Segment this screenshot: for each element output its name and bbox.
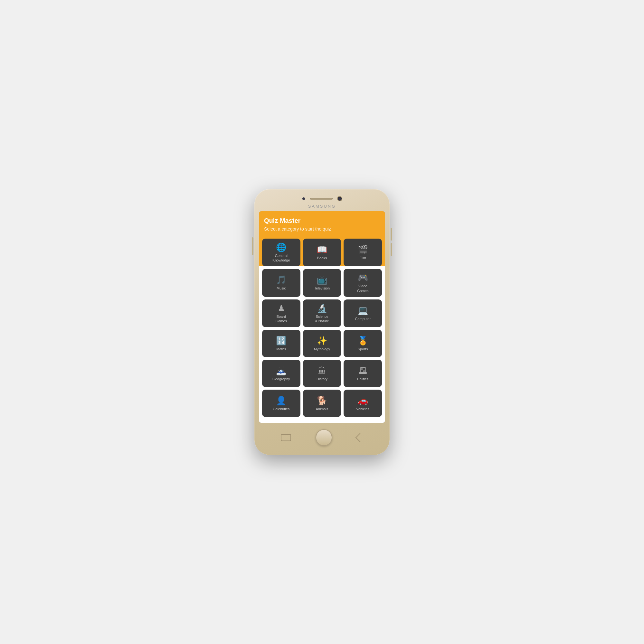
board-games-icon: ♟ xyxy=(278,304,285,312)
maths-icon: 🔢 xyxy=(276,336,286,345)
music-label: Music xyxy=(277,286,286,290)
categories-white-section: 🎵 Music 📺 Television 🎮 VideoGames ♟ xyxy=(259,269,385,423)
video-games-icon: 🎮 xyxy=(358,273,368,282)
vehicles-icon: 🚗 xyxy=(358,396,368,405)
category-mythology[interactable]: ✨ Mythology xyxy=(303,330,341,357)
computer-label: Computer xyxy=(355,317,371,321)
category-animals[interactable]: 🐕 Animals xyxy=(303,390,341,417)
animals-icon: 🐕 xyxy=(317,396,327,405)
back-button[interactable] xyxy=(355,433,365,442)
power-button[interactable] xyxy=(252,237,253,255)
category-history[interactable]: 🏛 History xyxy=(303,360,341,387)
board-games-label: BoardGames xyxy=(276,314,287,324)
film-label: Film xyxy=(359,256,366,260)
category-row-3: ♟ BoardGames 🔬 Science& Nature 💻 Compute… xyxy=(262,299,382,327)
categories-orange-section: 🌐 GeneralKnowledge 📖 Books 🎬 Film xyxy=(259,236,385,267)
general-knowledge-icon: 🌐 xyxy=(276,243,286,251)
science-nature-label: Science& Nature xyxy=(315,314,329,324)
category-television[interactable]: 📺 Television xyxy=(303,269,341,297)
category-geography[interactable]: 🗻 Geography xyxy=(262,360,300,387)
animals-label: Animals xyxy=(316,407,328,411)
sports-label: Sports xyxy=(358,347,368,351)
science-nature-icon: 🔬 xyxy=(317,304,327,312)
phone-bottom-nav xyxy=(259,425,385,449)
geography-icon: 🗻 xyxy=(276,366,286,375)
computer-icon: 💻 xyxy=(358,306,368,315)
vehicles-label: Vehicles xyxy=(356,407,369,411)
category-row-2: 🎵 Music 📺 Television 🎮 VideoGames xyxy=(262,269,382,297)
sports-icon: 🏅 xyxy=(358,336,368,345)
category-row-5: 🗻 Geography 🏛 History 🗳 Politics xyxy=(262,360,382,387)
celebrities-label: Celebrities xyxy=(273,407,289,411)
category-row-4: 🔢 Maths ✨ Mythology 🏅 Sports xyxy=(262,330,382,357)
category-film[interactable]: 🎬 Film xyxy=(344,239,382,267)
category-books[interactable]: 📖 Books xyxy=(303,239,341,267)
category-celebrities[interactable]: 👤 Celebrities xyxy=(262,390,300,417)
general-knowledge-label: GeneralKnowledge xyxy=(272,253,290,263)
category-computer[interactable]: 💻 Computer xyxy=(344,299,382,327)
history-icon: 🏛 xyxy=(318,366,326,375)
speaker-grill xyxy=(310,198,333,200)
books-label: Books xyxy=(317,256,327,260)
politics-label: Politics xyxy=(357,377,368,381)
geography-label: Geography xyxy=(272,377,290,381)
mythology-icon: ✨ xyxy=(317,336,327,345)
film-icon: 🎬 xyxy=(358,245,368,254)
category-board-games[interactable]: ♟ BoardGames xyxy=(262,299,300,327)
books-icon: 📖 xyxy=(317,245,327,254)
phone-screen: Quiz Master Select a category to start t… xyxy=(259,211,385,423)
category-video-games[interactable]: 🎮 VideoGames xyxy=(344,269,382,297)
earpiece-icon xyxy=(302,197,305,200)
app-header: Quiz Master Select a category to start t… xyxy=(259,211,385,236)
music-icon: 🎵 xyxy=(276,276,286,284)
maths-label: Maths xyxy=(276,347,286,351)
phone-device: SAMSUNG Quiz Master Select a category to… xyxy=(254,189,390,455)
category-row-1: 🌐 GeneralKnowledge 📖 Books 🎬 Film xyxy=(262,239,382,267)
television-icon: 📺 xyxy=(317,276,327,284)
category-maths[interactable]: 🔢 Maths xyxy=(262,330,300,357)
celebrities-icon: 👤 xyxy=(276,396,286,405)
category-politics[interactable]: 🗳 Politics xyxy=(344,360,382,387)
screen-frame: Quiz Master Select a category to start t… xyxy=(259,211,385,423)
video-games-label: VideoGames xyxy=(357,284,368,293)
history-label: History xyxy=(317,377,327,381)
recent-apps-button[interactable] xyxy=(281,434,291,441)
app-subtitle: Select a category to start the quiz xyxy=(264,226,380,232)
phone-top-bar xyxy=(259,195,385,204)
front-camera xyxy=(338,197,342,201)
category-vehicles[interactable]: 🚗 Vehicles xyxy=(344,390,382,417)
politics-icon: 🗳 xyxy=(359,366,367,375)
television-label: Television xyxy=(314,286,330,290)
volume-down-button[interactable] xyxy=(391,243,392,256)
category-music[interactable]: 🎵 Music xyxy=(262,269,300,297)
category-row-6: 👤 Celebrities 🐕 Animals 🚗 Vehicles xyxy=(262,390,382,417)
brand-label: SAMSUNG xyxy=(259,204,385,209)
category-general-knowledge[interactable]: 🌐 GeneralKnowledge xyxy=(262,239,300,267)
volume-up-button[interactable] xyxy=(391,228,392,241)
category-sports[interactable]: 🏅 Sports xyxy=(344,330,382,357)
home-button[interactable] xyxy=(316,429,332,446)
app-title: Quiz Master xyxy=(264,217,380,224)
category-science-nature[interactable]: 🔬 Science& Nature xyxy=(303,299,341,327)
mythology-label: Mythology xyxy=(314,347,330,351)
